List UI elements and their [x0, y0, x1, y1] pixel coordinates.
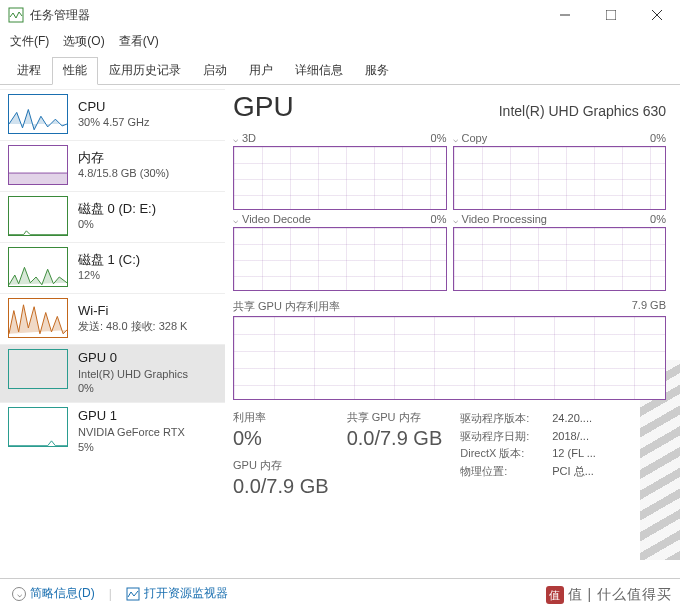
- sidebar-cpu-sub: 30% 4.57 GHz: [78, 115, 150, 130]
- sidebar-gpu0-sub: Intel(R) UHD Graphics: [78, 367, 188, 382]
- resmon-icon: [126, 587, 140, 601]
- menu-file[interactable]: 文件(F): [10, 33, 49, 50]
- sidebar-item-wifi[interactable]: Wi-Fi 发送: 48.0 接收: 328 K: [0, 293, 225, 344]
- ded-mem-label: GPU 内存: [233, 458, 329, 473]
- chevron-down-circle-icon: ⌵: [12, 587, 26, 601]
- sidebar-item-memory[interactable]: 内存 4.8/15.8 GB (30%): [0, 140, 225, 191]
- panel-processing-pct: 0%: [650, 213, 666, 225]
- shared-mem-max: 7.9 GB: [632, 299, 666, 314]
- driver-version: 24.20....: [552, 410, 592, 428]
- tab-users[interactable]: 用户: [238, 57, 284, 85]
- performance-sidebar: CPU 30% 4.57 GHz 内存 4.8/15.8 GB (30%) 磁盘…: [0, 85, 225, 583]
- open-resource-monitor[interactable]: 打开资源监视器: [126, 585, 228, 602]
- cpu-sparkline: [8, 94, 68, 134]
- chart-video-processing[interactable]: [453, 227, 667, 291]
- menu-bar: 文件(F) 选项(O) 查看(V): [0, 30, 680, 52]
- driver-date: 2018/...: [552, 428, 589, 446]
- sidebar-item-gpu0[interactable]: GPU 0 Intel(R) UHD Graphics 0%: [0, 344, 225, 402]
- physical-location: PCI 总...: [552, 463, 594, 481]
- app-icon: [8, 7, 24, 23]
- wifi-sparkline: [8, 298, 68, 338]
- watermark-logo-icon: 值: [546, 586, 564, 604]
- sidebar-gpu1-sub: NVIDIA GeForce RTX: [78, 425, 185, 440]
- panel-copy-label: Copy: [462, 132, 488, 144]
- panel-3d-label: 3D: [242, 132, 256, 144]
- menu-options[interactable]: 选项(O): [63, 33, 104, 50]
- util-value: 0%: [233, 427, 329, 450]
- sidebar-wifi-title: Wi-Fi: [78, 302, 187, 320]
- chart-copy[interactable]: [453, 146, 667, 210]
- sidebar-cpu-title: CPU: [78, 98, 150, 116]
- disk0-sparkline: [8, 196, 68, 236]
- disk1-sparkline: [8, 247, 68, 287]
- svg-rect-2: [606, 10, 616, 20]
- sidebar-memory-sub: 4.8/15.8 GB (30%): [78, 166, 169, 181]
- shared-mem-label: 共享 GPU 内存利用率: [233, 299, 340, 314]
- tab-services[interactable]: 服务: [354, 57, 400, 85]
- window-controls: [542, 0, 680, 30]
- panel-decode-label: Video Decode: [242, 213, 311, 225]
- gpu-detail-panel: GPU Intel(R) UHD Graphics 630 ⌵3D0% ⌵Cop…: [225, 85, 680, 583]
- util-label: 利用率: [233, 410, 329, 425]
- chart-3d[interactable]: [233, 146, 447, 210]
- watermark-text: 值 | 什么值得买: [568, 586, 672, 604]
- chevron-down-icon[interactable]: ⌵: [233, 215, 238, 225]
- sidebar-gpu0-title: GPU 0: [78, 349, 188, 367]
- sidebar-gpu1-pct: 5%: [78, 440, 185, 455]
- gpu1-sparkline: [8, 407, 68, 447]
- memory-sparkline: [8, 145, 68, 185]
- directx-version: 12 (FL ...: [552, 445, 596, 463]
- title-bar: 任务管理器: [0, 0, 680, 30]
- tab-strip: 进程 性能 应用历史记录 启动 用户 详细信息 服务: [0, 56, 680, 85]
- watermark: 值 值 | 什么值得买: [546, 586, 672, 604]
- sidebar-item-disk1[interactable]: 磁盘 1 (C:) 12%: [0, 242, 225, 293]
- chart-video-decode[interactable]: [233, 227, 447, 291]
- sidebar-item-cpu[interactable]: CPU 30% 4.57 GHz: [0, 89, 225, 140]
- tab-details[interactable]: 详细信息: [284, 57, 354, 85]
- sidebar-disk1-sub: 12%: [78, 268, 140, 283]
- chevron-down-icon[interactable]: ⌵: [453, 134, 458, 144]
- sidebar-wifi-sub: 发送: 48.0 接收: 328 K: [78, 319, 187, 334]
- chevron-down-icon[interactable]: ⌵: [233, 134, 238, 144]
- chevron-down-icon[interactable]: ⌵: [453, 215, 458, 225]
- sidebar-disk1-title: 磁盘 1 (C:): [78, 251, 140, 269]
- sidebar-disk0-sub: 0%: [78, 217, 156, 232]
- tab-startup[interactable]: 启动: [192, 57, 238, 85]
- sidebar-item-gpu1[interactable]: GPU 1 NVIDIA GeForce RTX 5%: [0, 402, 225, 460]
- menu-view[interactable]: 查看(V): [119, 33, 159, 50]
- close-button[interactable]: [634, 0, 680, 30]
- panel-processing-label: Video Processing: [462, 213, 547, 225]
- sidebar-gpu1-title: GPU 1: [78, 407, 185, 425]
- shared-stat-label: 共享 GPU 内存: [347, 410, 443, 425]
- panel-copy-pct: 0%: [650, 132, 666, 144]
- minimize-button[interactable]: [542, 0, 588, 30]
- divider: |: [109, 587, 112, 601]
- gpu-device-name: Intel(R) UHD Graphics 630: [499, 103, 666, 119]
- tab-processes[interactable]: 进程: [6, 57, 52, 85]
- svg-rect-5: [9, 173, 67, 185]
- maximize-button[interactable]: [588, 0, 634, 30]
- sidebar-memory-title: 内存: [78, 149, 169, 167]
- sidebar-disk0-title: 磁盘 0 (D: E:): [78, 200, 156, 218]
- shared-stat-value: 0.0/7.9 GB: [347, 427, 443, 450]
- panel-3d-pct: 0%: [431, 132, 447, 144]
- sidebar-item-disk0[interactable]: 磁盘 0 (D: E:) 0%: [0, 191, 225, 242]
- window-title: 任务管理器: [30, 7, 542, 24]
- toggle-summary-view[interactable]: ⌵ 简略信息(D): [12, 585, 95, 602]
- panel-decode-pct: 0%: [431, 213, 447, 225]
- gpu-meta: 驱动程序版本:24.20.... 驱动程序日期:2018/... DirectX…: [460, 410, 596, 498]
- tab-performance[interactable]: 性能: [52, 57, 98, 85]
- ded-mem-value: 0.0/7.9 GB: [233, 475, 329, 498]
- gpu0-sparkline: [8, 349, 68, 389]
- sidebar-gpu0-pct: 0%: [78, 381, 188, 396]
- chart-shared-gpu-memory[interactable]: [233, 316, 666, 400]
- tab-app-history[interactable]: 应用历史记录: [98, 57, 192, 85]
- gpu-heading: GPU: [233, 91, 294, 123]
